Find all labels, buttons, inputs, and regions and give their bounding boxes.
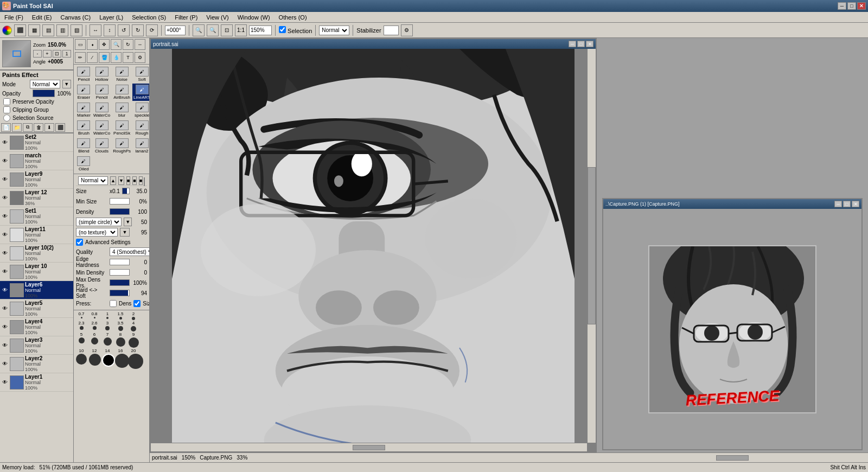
brush-size-item[interactable]: 2 <box>128 311 139 321</box>
toolbar-mode1-btn[interactable]: ▦ <box>28 24 40 36</box>
toolbar-reset[interactable]: ⟳ <box>146 24 158 36</box>
brush-size-item[interactable]: 3 <box>102 321 113 332</box>
layer-visibility-icon[interactable]: 👁 <box>1 231 9 239</box>
toolbar-zoom-input[interactable] <box>249 25 272 35</box>
brush-mode-btn4[interactable]: ■ <box>132 176 136 185</box>
layer-visibility-icon[interactable]: 👁 <box>1 139 9 146</box>
mode-select[interactable]: Normal Multiply Screen <box>30 80 60 88</box>
layer-item[interactable]: 👁 Layer1 Normal 100% <box>0 373 73 392</box>
brush-item[interactable]: 🖌 Soft <box>132 66 150 83</box>
toolbar-zoom-out[interactable]: 🔍 <box>193 24 205 36</box>
brush-blend-mode-select[interactable]: Normal <box>78 176 108 185</box>
toolbar-rotate-r[interactable]: ↻ <box>132 24 144 36</box>
brush-item[interactable]: 🖌 Pencil <box>76 66 92 83</box>
brush-item[interactable]: 🖌 Blend <box>76 137 92 155</box>
texture-select-btn[interactable]: ▼ <box>120 228 130 237</box>
brush-size-item[interactable]: 7 <box>102 332 113 348</box>
brush-item[interactable]: 🖌 AirBrush <box>112 84 132 101</box>
brush-size-item[interactable]: 10 <box>76 348 87 369</box>
brush-mode-btn1[interactable]: ▲ <box>110 176 116 185</box>
ref-scrollbar-thumb[interactable] <box>716 455 749 461</box>
brush-size-item[interactable]: 4 <box>128 321 139 332</box>
layer-item[interactable]: 👁 Layer4 Normal 100% <box>0 318 73 336</box>
layer-item[interactable]: 👁 Layer9 Normal 100% <box>0 170 73 189</box>
min-size-slider[interactable] <box>110 198 130 205</box>
brush-size-item[interactable]: 9 <box>128 332 139 348</box>
brush-item[interactable]: 🖌 Noise <box>112 66 132 83</box>
brush-item[interactable]: 🖌 LineART <box>132 84 150 101</box>
restore-button[interactable]: □ <box>847 2 856 10</box>
brush-size-item[interactable]: 0.7 <box>76 311 87 321</box>
brush-item[interactable]: 🖌 Eraser <box>76 84 92 101</box>
layer-copy-btn[interactable]: ⧉ <box>23 123 33 132</box>
menu-window[interactable]: Window (W) <box>235 13 272 22</box>
toolbar-rotate-l[interactable]: ↺ <box>118 24 130 36</box>
layer-item[interactable]: 👁 Set2 Normal 100% <box>0 133 73 152</box>
layer-item[interactable]: 👁 Layer11 Normal 100% <box>0 226 73 244</box>
brush-mode-btn3[interactable]: ■ <box>126 176 130 185</box>
tool-line[interactable]: ∕ <box>87 52 98 63</box>
brush-item[interactable]: 🖌 PencilSk <box>112 119 132 137</box>
brush-size-item[interactable]: 3.5 <box>115 321 126 332</box>
brush-size-item[interactable]: 5 <box>76 332 87 348</box>
tool-move[interactable]: ✥ <box>99 39 110 50</box>
menu-canvas[interactable]: Canvas (C) <box>59 13 93 22</box>
tool-text[interactable]: T <box>123 52 133 63</box>
brush-item[interactable]: 🖌 lanan2 <box>132 137 150 155</box>
nav-zoom-100[interactable]: 1 <box>62 50 71 58</box>
brush-item[interactable]: 🖌 WaterCo <box>92 119 111 137</box>
advanced-settings-toggle[interactable]: Advanced Settings <box>76 238 147 247</box>
edge-hardness-slider[interactable] <box>110 259 130 265</box>
layer-visibility-icon[interactable]: 👁 <box>1 176 9 183</box>
layer-visibility-icon[interactable]: 👁 <box>1 342 9 349</box>
close-button[interactable]: ✕ <box>857 2 866 10</box>
density-slider[interactable] <box>110 208 130 215</box>
tool-pen[interactable]: ✏ <box>75 52 86 63</box>
layer-item[interactable]: 👁 march Normal 100% <box>0 152 73 170</box>
layer-item[interactable]: 👁 Layer 12 Normal 36% <box>0 189 73 207</box>
menu-layer[interactable]: Layer (L) <box>97 13 125 22</box>
menu-selection[interactable]: Selection (S) <box>130 13 168 22</box>
selection-checkbox[interactable] <box>279 26 286 33</box>
layer-delete-btn[interactable]: 🗑 <box>34 123 43 132</box>
toolbar-mode3-btn[interactable]: ▥ <box>56 24 68 36</box>
layer-visibility-icon[interactable]: 👁 <box>1 194 9 202</box>
brush-mode-btn2[interactable]: ▼ <box>118 176 124 185</box>
ref-close-btn[interactable]: ✕ <box>852 201 859 207</box>
toolbar-greyscale-btn[interactable]: ⬛ <box>14 24 26 36</box>
brush-item[interactable]: 🖌 blur <box>112 101 132 119</box>
layer-new-btn[interactable]: 📄 <box>1 123 11 132</box>
clipping-group-checkbox[interactable] <box>3 106 10 113</box>
tool-magic[interactable]: ⚙ <box>135 52 145 63</box>
layer-flatten-btn[interactable]: ⬛ <box>55 123 65 132</box>
layer-visibility-icon[interactable]: 👁 <box>1 305 9 312</box>
layer-item[interactable]: 👁 Layer2 Normal 100% <box>0 355 73 373</box>
layer-visibility-icon[interactable]: 👁 <box>1 360 9 368</box>
tool-rotate[interactable]: ↻ <box>123 39 133 50</box>
layer-new-set-btn[interactable]: 📁 <box>12 123 22 132</box>
toolbar-zoom-100[interactable]: 1:1 <box>235 24 247 36</box>
layer-item[interactable]: 👁 Set1 Normal 100% <box>0 207 73 226</box>
canvas-content[interactable] <box>151 49 596 451</box>
layer-item[interactable]: 👁 Layer5 Normal 100% <box>0 299 73 318</box>
layer-visibility-icon[interactable]: 👁 <box>1 213 9 220</box>
navigator-thumb[interactable] <box>2 40 31 67</box>
brush-size-item[interactable]: 1.5 <box>115 311 126 321</box>
brush-size-item[interactable]: 16 <box>115 348 126 369</box>
brush-size-item[interactable]: 14 <box>102 348 113 369</box>
layer-item[interactable]: 👁 Layer 10 Normal 100% <box>0 263 73 281</box>
stabilizer-input[interactable]: 3 <box>384 25 399 35</box>
brush-item[interactable]: 🖌 RoughPs <box>112 137 132 155</box>
menu-view[interactable]: View (V) <box>204 13 231 22</box>
preserve-opacity-checkbox[interactable] <box>3 98 10 105</box>
ref-minimize-btn[interactable]: ─ <box>834 201 842 207</box>
hard-soft-slider[interactable] <box>110 290 130 296</box>
canvas-minimize-btn[interactable]: ─ <box>569 41 576 47</box>
brush-item[interactable]: 🖌 Clouds <box>92 137 111 155</box>
brush-size-item[interactable]: 2.3 <box>76 321 87 332</box>
tool-zoom[interactable]: 🔍 <box>111 39 122 50</box>
nav-zoom-fit[interactable]: ⊡ <box>53 50 61 58</box>
blend-mode-select[interactable]: Normal Multiply Screen <box>319 25 349 35</box>
ref-maximize-btn[interactable]: □ <box>843 201 851 207</box>
layer-merge-btn[interactable]: ⬇ <box>44 123 54 132</box>
